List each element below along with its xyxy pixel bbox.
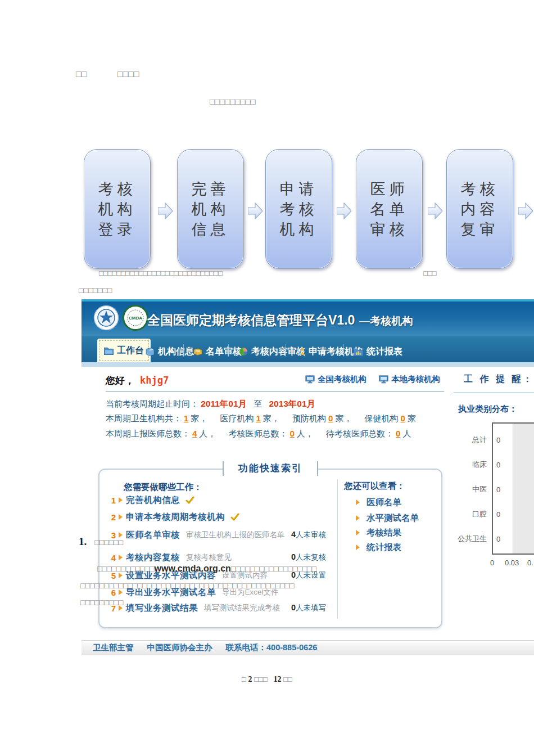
period-to-word: 至 [254,399,262,408]
count-number: 0 [291,603,296,612]
item-label[interactable]: 医师名单审核 [126,529,180,541]
period-label: 当前考核周期起止时间： [106,399,198,408]
item-label[interactable]: 完善机构信息 [126,494,180,506]
view-statistics-link[interactable]: 统计报表 [353,542,401,552]
link-label: 统计报表 [366,542,401,554]
bar-value: 0 [496,535,500,543]
pie-chart-icon [239,347,248,356]
book-icon [146,348,155,356]
platform-title-suffix: —考核机构 [359,315,413,327]
item-count: 0人未填写 [291,603,326,613]
org-count-label: 本周期卫生机构共： [106,413,182,423]
item-description: 审核卫生机构上报的医师名单 [186,530,285,540]
list-boxes: □□□□□□ [94,538,123,547]
bar-value: 0 [496,461,500,469]
flow-arrow-icon [337,201,351,221]
item-description: 复核考核意见 [186,552,232,562]
local-org-link[interactable]: 本地考核机构 [379,374,440,385]
platform-footer: 卫生部主管 中国医师协会主办 联系电话：400-885-0626 [82,640,534,655]
books-icon [193,348,202,356]
work-reminder-title: 工 作 提 醒： [464,374,534,385]
national-org-link[interactable]: 全国考核机构 [305,374,366,385]
x-tick: 0 [490,559,494,567]
arrow-right-icon [356,530,360,536]
tab-statistics[interactable]: 统计报表 [347,341,409,362]
health-org-label: 保健机构 [365,413,399,423]
category-label-tcm: 中医 [441,484,487,494]
item-description: 填写测试结果完成考核 [204,603,280,613]
overlap-boxes: □□□□□□□□□□□□ [97,564,154,573]
quick-item-4[interactable]: 4 考核内容复核 复核考核意见 0人未复核 [107,552,326,563]
item-label[interactable]: 考核内容复核 [126,552,180,564]
item-count: 4人未审核 [291,530,326,540]
tab-bar: 工作台 机构信息 名单审核 考核内容审核 申请考核机构 [82,336,534,362]
doc-page-footer: □ 2 □□□ 12 □□ [0,675,534,684]
assessed-doctors-label: 考核医师总数： [229,429,288,438]
tab-divider [183,344,184,357]
username: khjg7 [140,375,169,386]
flow-step-apply: 申请 考核 机构 [265,149,332,269]
quick-item-3[interactable]: 3 医师名单审核 审核卫生机构上报的医师名单 4人未审核 [107,529,326,541]
arrow-right-icon [119,555,123,560]
quick-item-7[interactable]: 7 填写业务测试结果 填写测试结果完成考核 0人未填写 [107,602,326,614]
arrow-right-icon [119,590,123,595]
item-label[interactable]: 填写业务测试结果 [126,602,198,614]
x-tick: 0.03 [505,559,519,567]
reported-doctors-label: 本周期上报医师总数： [106,429,190,438]
arrow-right-icon [356,515,360,521]
doc-overlap-line-2: □□□□□□□□□□□□□□□□□□□□□□□□□□□□□□□□□□□□□□□□… [80,581,295,590]
category-label-publichealth: 公共卫生 [441,534,487,544]
flow-step-login: 考核 机构 登录 [84,149,151,269]
quick-item-2[interactable]: 2 申请本考核周期考核机构 [107,511,326,523]
medical-org-label: 医疗机构 [220,413,254,423]
platform-header: CMDA 全国医师定期考核信息管理平台V1.0—考核机构 [82,302,534,336]
check-icon [230,513,239,521]
monitor-icon [379,375,388,384]
flow-arrow-icon [248,201,263,221]
monitor-icon [305,375,315,384]
category-label-total: 总计 [441,435,487,445]
reported-doctors-count: 4 [192,429,197,438]
footer-boxes: □ [242,675,246,683]
category-label-clinical: 临床 [441,460,487,470]
doc-paragraph-boxes: □□□□□□□ [79,286,112,295]
moh-logo [93,305,119,331]
org-count-row: 本周期卫生机构共：1家， 医疗机构1家， 预防机构0家， 保健机构0家 [106,413,416,424]
health-org-count: 0 [401,413,405,423]
link-label: 全国考核机构 [318,374,366,385]
bar-value: 0 [496,510,500,519]
period-start: 2011年01月 [201,399,247,408]
overlap-boxes: □□□□□□□□□□□□□□□□□□ [231,564,316,573]
count-number: 0 [291,552,296,561]
arrow-right-icon [356,544,360,550]
unit: 家 [408,413,416,423]
assessed-doctors-count: 0 [290,429,295,438]
cmda-logo-text: CMDA [129,316,142,321]
view-test-roster-link[interactable]: 水平测试名单 [353,513,419,523]
reminder-underline [454,393,534,393]
distribution-title: 执业类别分布： [458,404,517,415]
item-label[interactable]: 申请本考核周期考核机构 [126,511,225,523]
doc-header-left: □□ [76,69,87,79]
link-label: 水平测试名单 [366,512,419,524]
people-icon [296,347,305,356]
flow-arrow-icon [518,201,533,221]
item-number: 1 [107,496,116,505]
unit: 家， [263,413,280,423]
view-results-link[interactable]: 考核结果 [353,528,401,538]
tab-label: 统计报表 [366,346,402,358]
doc-header: □□ □□□□ [76,69,139,79]
count-suffix: 人未填写 [296,604,326,612]
view-doctor-roster-link[interactable]: 医师名单 [353,497,401,507]
platform-title: 全国医师定期考核信息管理平台V1.0—考核机构 [147,312,413,329]
flow-arrow-icon [428,201,442,221]
quick-right-header: 您还可以查看： [344,480,405,492]
tab-divider [228,344,229,357]
medical-org-count: 1 [256,413,261,423]
arrow-right-icon [356,500,360,505]
prevention-org-label: 预防机构 [292,413,326,423]
unit: 家， [191,413,207,423]
current-page-number: 2 [248,675,252,683]
flow-step-content-review: 考核 内容 复审 [446,149,513,269]
quick-item-1[interactable]: 1 完善机构信息 [107,494,326,506]
